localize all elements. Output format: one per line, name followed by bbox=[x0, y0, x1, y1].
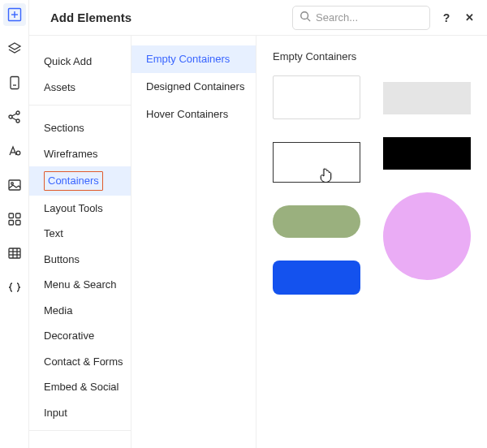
svg-rect-15 bbox=[9, 213, 14, 218]
panel-header: Add Elements ? ✕ bbox=[29, 0, 487, 36]
category-item[interactable]: Buttons bbox=[29, 247, 131, 273]
rail-typography-icon[interactable] bbox=[3, 140, 26, 162]
svg-rect-18 bbox=[15, 221, 20, 226]
add-elements-panel: Add Elements ? ✕ Quick Add Assets Sectio… bbox=[29, 0, 487, 448]
svg-rect-4 bbox=[11, 77, 19, 89]
svg-line-9 bbox=[11, 114, 16, 116]
category-item[interactable]: Quick Add bbox=[29, 49, 131, 75]
category-item[interactable]: Layout Tools bbox=[29, 196, 131, 222]
subcategory-item[interactable]: Designed Containers bbox=[131, 73, 256, 101]
svg-rect-16 bbox=[15, 213, 20, 218]
search-input[interactable] bbox=[316, 11, 423, 24]
svg-point-6 bbox=[9, 115, 12, 118]
category-item[interactable]: Contact & Forms bbox=[29, 349, 131, 375]
rail-table-icon[interactable] bbox=[3, 242, 26, 265]
svg-rect-19 bbox=[9, 248, 20, 258]
svg-point-8 bbox=[16, 119, 19, 123]
pointer-cursor-icon bbox=[319, 167, 334, 186]
category-item[interactable]: Media bbox=[29, 298, 131, 324]
rail-page-icon[interactable] bbox=[3, 71, 26, 94]
rail-share-icon[interactable] bbox=[3, 106, 26, 128]
category-list: Quick Add Assets Sections Wireframes Con… bbox=[29, 36, 131, 448]
category-item[interactable]: Input bbox=[29, 400, 131, 426]
panel-title: Add Elements bbox=[50, 11, 131, 24]
svg-rect-17 bbox=[9, 221, 14, 226]
subcategory-list: Empty Containers Designed Containers Hov… bbox=[131, 36, 256, 448]
svg-point-24 bbox=[301, 12, 308, 19]
svg-line-25 bbox=[308, 19, 311, 22]
preview-area: Empty Containers bbox=[256, 36, 487, 448]
category-item[interactable]: Wireframes bbox=[29, 141, 131, 167]
svg-point-12 bbox=[16, 151, 20, 155]
container-preview-black[interactable] bbox=[383, 137, 471, 170]
container-preview-rounded[interactable] bbox=[273, 261, 360, 295]
category-item-containers[interactable]: Containers bbox=[29, 166, 131, 196]
rail-apps-icon[interactable] bbox=[3, 208, 26, 230]
search-icon bbox=[300, 11, 311, 24]
category-item[interactable]: Embed & Social bbox=[29, 374, 131, 400]
svg-point-7 bbox=[16, 111, 19, 114]
container-preview-plain[interactable] bbox=[273, 75, 360, 119]
container-preview-circle[interactable] bbox=[383, 192, 471, 280]
panel-body: Quick Add Assets Sections Wireframes Con… bbox=[29, 36, 487, 448]
preview-title: Empty Containers bbox=[273, 50, 471, 62]
container-preview-pill[interactable] bbox=[273, 205, 360, 238]
svg-marker-3 bbox=[9, 43, 20, 50]
rail-add-icon[interactable] bbox=[3, 3, 26, 26]
category-item[interactable]: Decorative bbox=[29, 323, 131, 349]
container-preview-bordered[interactable] bbox=[273, 142, 360, 183]
subcategory-item[interactable]: Hover Containers bbox=[131, 101, 256, 128]
category-item[interactable]: Menu & Search bbox=[29, 272, 131, 298]
category-item[interactable]: Sections bbox=[29, 115, 131, 141]
category-item[interactable]: Text bbox=[29, 221, 131, 247]
help-button[interactable]: ? bbox=[440, 11, 453, 24]
close-button[interactable]: ✕ bbox=[463, 11, 476, 24]
container-preview-grey[interactable] bbox=[383, 82, 471, 114]
rail-code-icon[interactable] bbox=[3, 276, 26, 299]
subcategory-item[interactable]: Empty Containers bbox=[131, 45, 256, 73]
search-input-wrap[interactable] bbox=[292, 6, 430, 30]
svg-line-10 bbox=[11, 118, 16, 120]
svg-rect-13 bbox=[9, 180, 20, 190]
rail-image-icon[interactable] bbox=[3, 174, 26, 196]
left-icon-rail bbox=[0, 0, 29, 448]
category-item[interactable]: Blog bbox=[29, 441, 131, 448]
rail-layers-icon[interactable] bbox=[3, 37, 26, 60]
category-item[interactable]: Assets bbox=[29, 75, 131, 101]
svg-point-14 bbox=[11, 183, 13, 185]
